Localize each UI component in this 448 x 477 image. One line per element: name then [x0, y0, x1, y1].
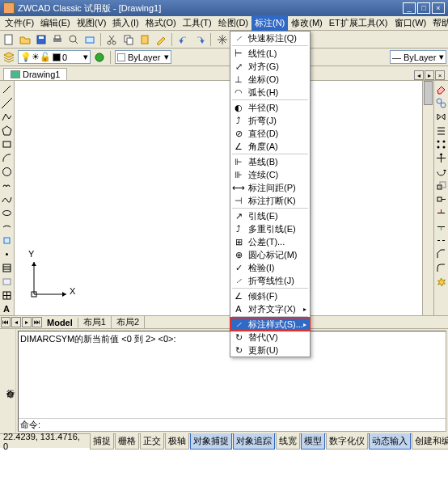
block-icon[interactable] — [1, 234, 14, 247]
menu-item-3[interactable]: ⤢对齐(G) — [230, 60, 310, 73]
menu-item-5[interactable]: ◠弧长(H) — [230, 86, 310, 99]
rectangle-icon[interactable] — [1, 137, 14, 150]
arc-icon[interactable] — [1, 151, 14, 164]
preview-icon[interactable] — [66, 32, 81, 47]
menu-item-18[interactable]: ⤴多重引线(E) — [230, 222, 310, 235]
mirror-icon[interactable] — [435, 110, 448, 123]
menu-item-14[interactable]: ⟷标注间距(P) — [230, 181, 310, 194]
xline-icon[interactable] — [1, 96, 14, 109]
tab-scroll-left[interactable]: ◂ — [414, 70, 424, 80]
polyline-icon[interactable] — [1, 110, 14, 123]
circle-icon[interactable] — [1, 165, 14, 178]
status-osnap[interactable]: 对象捕捉 — [190, 433, 232, 450]
menu-item-15[interactable]: ⊣标注打断(K) — [230, 194, 310, 207]
text-icon[interactable]: A — [1, 302, 14, 315]
menu-item-24[interactable]: ∠倾斜(F) — [230, 289, 310, 302]
layer-props-icon[interactable] — [2, 50, 16, 65]
menu-item-27[interactable]: ⟋标注样式(S)...▸ — [230, 318, 310, 331]
tab-next[interactable]: ▸ — [22, 317, 32, 327]
status-tablet[interactable]: 数字化仪 — [326, 433, 368, 450]
move-icon[interactable] — [435, 151, 448, 164]
tab-first[interactable]: ⏮ — [1, 317, 11, 327]
document-tab[interactable]: Drawing1 — [3, 68, 67, 80]
menu-item-13[interactable]: ⊪连续(C) — [230, 168, 310, 181]
maximize-button[interactable]: □ — [417, 2, 430, 14]
vscrollbar[interactable] — [422, 81, 433, 315]
menu-ettools[interactable]: ET扩展工具(X) — [326, 15, 391, 31]
match-icon[interactable] — [154, 32, 168, 47]
new-icon[interactable] — [2, 32, 16, 47]
menu-item-9[interactable]: ⊘直径(D) — [230, 127, 310, 140]
array-icon[interactable] — [435, 137, 448, 150]
status-snap[interactable]: 捕捉 — [90, 433, 114, 450]
menu-edit[interactable]: 编辑(E) — [37, 15, 74, 31]
print-icon[interactable] — [50, 32, 65, 47]
status-model[interactable]: 模型 — [301, 433, 325, 450]
menu-help[interactable]: 帮助(H) — [429, 15, 448, 31]
status-otrack[interactable]: 对象追踪 — [233, 433, 275, 450]
menu-item-0[interactable]: ⟋快速标注(Q) — [230, 32, 310, 44]
spline-icon[interactable] — [1, 192, 14, 205]
menu-item-10[interactable]: ∠角度(A) — [230, 140, 310, 153]
menu-window[interactable]: 窗口(W) — [391, 15, 430, 31]
copy-obj-icon[interactable] — [435, 96, 448, 109]
menu-tool[interactable]: 工具(T) — [180, 15, 215, 31]
fillet-icon[interactable] — [435, 261, 448, 274]
scale-icon[interactable] — [435, 179, 448, 192]
ellipse-arc-icon[interactable] — [1, 220, 14, 233]
menu-item-29[interactable]: ↻更新(U) — [230, 344, 310, 357]
status-polar[interactable]: 极轴 — [165, 433, 189, 450]
menu-item-19[interactable]: ⊞公差(T)... — [230, 235, 310, 248]
status-lwt[interactable]: 线宽 — [276, 433, 300, 450]
ellipse-icon[interactable] — [1, 206, 14, 219]
region-icon[interactable] — [1, 275, 14, 288]
copy-icon[interactable] — [121, 32, 136, 47]
stretch-icon[interactable] — [435, 192, 448, 205]
publish-icon[interactable] — [82, 32, 97, 47]
menu-insert[interactable]: 插入(I) — [109, 15, 142, 31]
tab-prev[interactable]: ◂ — [11, 317, 21, 327]
status-create[interactable]: 创建和编 — [412, 433, 448, 450]
menu-modify[interactable]: 修改(M) — [288, 15, 326, 31]
offset-icon[interactable] — [435, 124, 448, 137]
status-ortho[interactable]: 正交 — [140, 433, 164, 450]
status-dyn[interactable]: 动态输入 — [369, 433, 411, 450]
table-icon[interactable] — [1, 289, 14, 302]
chamfer-icon[interactable] — [435, 247, 448, 260]
polygon-icon[interactable] — [1, 124, 14, 137]
tab-model[interactable]: Model — [42, 318, 78, 327]
save-icon[interactable] — [34, 32, 49, 47]
menu-draw[interactable]: 绘图(D) — [215, 15, 251, 31]
menu-item-12[interactable]: ⊩基线(B) — [230, 155, 310, 168]
menu-item-22[interactable]: ⟋折弯线性(J) — [230, 274, 310, 287]
tab-scroll-right[interactable]: ▸ — [425, 70, 434, 80]
menu-item-2[interactable]: ⊢线性(L) — [230, 47, 310, 60]
menu-item-17[interactable]: ↗引线(E) — [230, 209, 310, 222]
redo-icon[interactable] — [192, 32, 207, 47]
menu-item-28[interactable]: ↻替代(V) — [230, 331, 310, 344]
tab-layout1[interactable]: 布局1 — [78, 316, 112, 328]
linetype-select[interactable]: — ByLayer ▾ — [390, 50, 446, 64]
paste-icon[interactable] — [137, 32, 152, 47]
revcloud-icon[interactable] — [1, 179, 14, 192]
pan-icon[interactable] — [215, 32, 230, 47]
extend-icon[interactable] — [435, 220, 448, 233]
scrollbar-thumb[interactable] — [424, 81, 433, 105]
layer-select[interactable]: 💡 ☀ 🔓 0 ▾ — [18, 50, 91, 64]
menu-item-20[interactable]: ⊕圆心标记(M) — [230, 248, 310, 261]
layer-prev-icon[interactable] — [92, 50, 107, 65]
tab-layout2[interactable]: 布局2 — [112, 316, 145, 328]
menu-item-25[interactable]: A对齐文字(X)▸ — [230, 302, 310, 315]
status-grid[interactable]: 栅格 — [115, 433, 139, 450]
tab-close[interactable]: × — [435, 70, 445, 80]
point-icon[interactable] — [1, 247, 14, 260]
close-button[interactable]: × — [432, 2, 445, 14]
erase-icon[interactable] — [435, 82, 448, 95]
menu-dimension[interactable]: 标注(N) — [251, 15, 288, 31]
minimize-button[interactable]: _ — [403, 2, 416, 14]
menu-format[interactable]: 格式(O) — [142, 15, 180, 31]
tab-last[interactable]: ⏭ — [32, 317, 42, 327]
menu-item-7[interactable]: ◐半径(R) — [230, 101, 310, 114]
drawing-canvas[interactable]: X Y — [15, 81, 422, 315]
menu-item-4[interactable]: ⊥坐标(O) — [230, 73, 310, 86]
